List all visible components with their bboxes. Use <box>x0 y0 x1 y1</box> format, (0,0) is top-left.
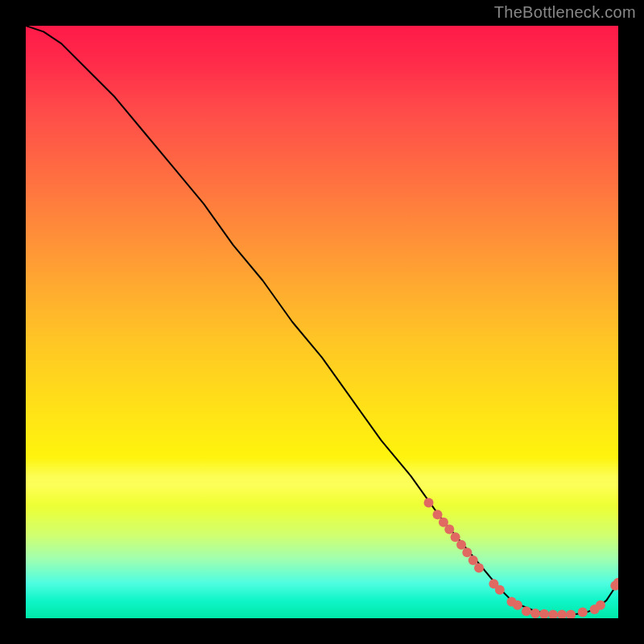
curve-path <box>26 26 618 615</box>
data-point <box>456 540 466 550</box>
plot-area <box>26 26 618 618</box>
data-point <box>578 608 588 617</box>
chart-stage: TheBottleneck.com <box>0 0 644 644</box>
data-point <box>513 601 522 610</box>
highlight-dots <box>424 498 619 619</box>
data-point <box>444 525 454 535</box>
data-point <box>566 610 576 618</box>
data-point <box>557 610 567 618</box>
data-point <box>539 609 549 618</box>
data-point <box>451 532 460 542</box>
data-point <box>424 498 434 508</box>
data-point <box>469 555 478 565</box>
data-point <box>522 606 531 616</box>
data-point <box>548 610 558 618</box>
chart-svg <box>26 26 618 618</box>
data-point <box>462 547 472 557</box>
data-point <box>495 585 505 595</box>
data-point <box>530 609 540 618</box>
data-point <box>474 563 484 572</box>
data-point <box>433 510 443 519</box>
data-point <box>596 601 605 610</box>
watermark-text: TheBottleneck.com <box>494 3 636 22</box>
bottleneck-curve <box>26 26 618 615</box>
